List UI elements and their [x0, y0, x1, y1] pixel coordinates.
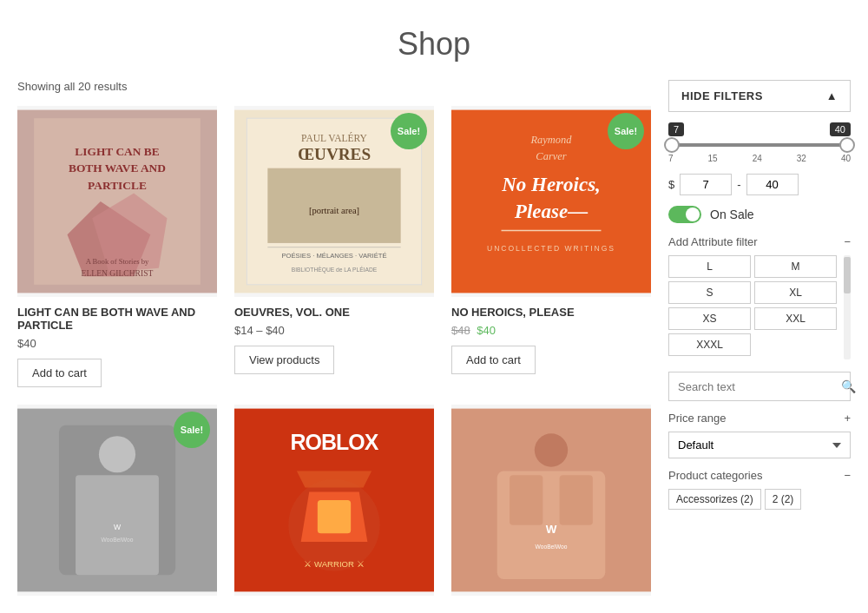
svg-point-39	[535, 433, 568, 466]
svg-text:BOTH WAVE AND: BOTH WAVE AND	[69, 161, 166, 175]
attribute-S[interactable]: S	[668, 281, 751, 304]
slider-thumb-left[interactable]	[664, 137, 680, 153]
page-title: Shop	[0, 0, 868, 80]
sale-badge-4: Sale!	[174, 412, 210, 448]
product-image-5: ROBLOX ⚔ WARRIOR ⚔	[234, 405, 434, 596]
product-image-6: W WooBelWoo	[451, 405, 651, 596]
price-range-plus-icon: +	[844, 412, 851, 425]
slider-thumb-right[interactable]	[839, 137, 855, 153]
svg-text:Carver: Carver	[536, 150, 566, 162]
slider-track	[672, 143, 847, 147]
category-tag-accessories[interactable]: Accessorizes (2)	[668, 489, 761, 510]
add-to-cart-button-1[interactable]: Add to cart	[17, 359, 102, 387]
sale-badge-2: Sale!	[391, 113, 427, 149]
svg-text:⚔ WARRIOR ⚔: ⚔ WARRIOR ⚔	[304, 559, 364, 569]
hide-filters-label: HIDE FILTERS	[681, 89, 763, 102]
svg-text:No Heroics,: No Heroics,	[501, 175, 601, 196]
price-min-input[interactable]	[680, 174, 732, 195]
product-price-3: $48 $40	[451, 324, 651, 337]
slider-labels: 7 40	[668, 122, 851, 136]
search-icon: 🔍	[841, 379, 856, 393]
results-count: Showing all 20 results	[17, 80, 651, 93]
category-tag-2[interactable]: 2 (2)	[765, 489, 802, 510]
slider-fill	[672, 143, 847, 147]
product-image-1: LIGHT CAN BE BOTH WAVE AND PARTICLE A Bo…	[17, 106, 217, 297]
attribute-scrollbar-thumb	[844, 257, 851, 293]
svg-text:ŒUVRES: ŒUVRES	[298, 145, 371, 163]
price-range-label-section: Price range +	[668, 412, 851, 425]
product-card-3: Sale! Raymond Carver No Heroics, Please—…	[451, 106, 651, 387]
page-wrapper: Shop Showing all 20 results LIGHT CAN BE…	[0, 0, 868, 613]
svg-text:WooBelWoo: WooBelWoo	[536, 544, 568, 550]
svg-rect-35	[318, 500, 351, 533]
product-card-4: Sale! W WooBelWoo	[17, 405, 217, 604]
product-card-2: Sale! PAUL VALÉRY ŒUVRES [portrait area]…	[234, 106, 434, 387]
category-tags: Accessorizes (2) 2 (2)	[668, 489, 851, 510]
product-image-2: Sale! PAUL VALÉRY ŒUVRES [portrait area]…	[234, 106, 434, 297]
svg-text:Raymond: Raymond	[530, 134, 573, 146]
svg-text:W: W	[114, 523, 122, 531]
sidebar-filters: HIDE FILTERS ▲ 7 40 7 15	[668, 80, 851, 613]
attribute-XXXL[interactable]: XXXL	[668, 333, 751, 356]
attribute-minus-icon: −	[844, 235, 851, 248]
attribute-scrollbar[interactable]	[844, 255, 851, 359]
product-title-2: OEUVRES, VOL. ONE	[234, 306, 434, 319]
currency-symbol: $	[668, 178, 674, 191]
svg-point-27	[99, 436, 135, 472]
view-products-button-2[interactable]: View products	[234, 346, 334, 374]
attribute-grid-wrapper: L M S XL XS XXL XXXL	[668, 255, 851, 359]
svg-text:WooBelWoo: WooBelWoo	[102, 537, 134, 543]
attribute-M[interactable]: M	[754, 255, 837, 278]
product-card-6: W WooBelWoo	[451, 405, 651, 604]
svg-text:A Book of Stories by: A Book of Stories by	[86, 257, 149, 266]
attribute-L[interactable]: L	[668, 255, 751, 278]
search-wrapper: 🔍	[668, 372, 851, 401]
slider-track-wrapper[interactable]	[672, 143, 847, 147]
svg-text:ROBLOX: ROBLOX	[291, 431, 379, 455]
chevron-up-icon: ▲	[826, 89, 838, 102]
svg-text:PARTICLE: PARTICLE	[88, 179, 147, 192]
on-sale-label: On Sale	[710, 208, 754, 221]
sale-price-3: $40	[477, 324, 496, 337]
svg-text:PAUL VALÉRY: PAUL VALÉRY	[301, 132, 367, 143]
svg-rect-41	[510, 475, 542, 525]
search-input[interactable]	[669, 373, 832, 400]
svg-marker-36	[297, 471, 372, 487]
price-inputs: $ -	[668, 174, 851, 195]
categories-header: Product categories −	[668, 469, 851, 482]
hide-filters-button[interactable]: HIDE FILTERS ▲	[668, 80, 851, 112]
attribute-XXL[interactable]: XXL	[754, 307, 837, 330]
svg-text:UNCOLLECTED WRITINGS: UNCOLLECTED WRITINGS	[487, 245, 615, 254]
products-area: Showing all 20 results LIGHT CAN BE BOTH…	[17, 80, 668, 613]
categories-label: Product categories	[668, 469, 762, 482]
price-max-input[interactable]	[746, 174, 799, 195]
svg-text:LIGHT CAN BE: LIGHT CAN BE	[75, 145, 159, 158]
slider-tick-labels: 7 15 24 32 40	[668, 154, 851, 163]
on-sale-toggle[interactable]	[668, 206, 701, 223]
attribute-items: L M S XL XS XXL XXXL	[668, 255, 837, 356]
svg-text:POÉSIES · MÉLANGES · VARIÉTÉ: POÉSIES · MÉLANGES · VARIÉTÉ	[281, 252, 386, 260]
sale-badge-3: Sale!	[608, 113, 644, 149]
product-image-4: Sale! W WooBelWoo	[17, 405, 217, 596]
products-grid: LIGHT CAN BE BOTH WAVE AND PARTICLE A Bo…	[17, 106, 651, 604]
product-image-3: Sale! Raymond Carver No Heroics, Please—…	[451, 106, 651, 297]
on-sale-row: On Sale	[668, 206, 851, 223]
attribute-XS[interactable]: XS	[668, 307, 751, 330]
attribute-grid: L M S XL XS XXL XXXL	[668, 255, 837, 359]
categories-minus-icon: −	[844, 469, 851, 482]
product-card-5: ROBLOX ⚔ WARRIOR ⚔	[234, 405, 434, 604]
slider-min-label: 7	[668, 122, 684, 136]
attribute-XL[interactable]: XL	[754, 281, 837, 304]
attribute-filter-section: Add Attribute filter − L M S XL XS XXL X…	[668, 235, 851, 359]
price-range-slider: 7 40 7 15 24 32 40	[668, 122, 851, 163]
search-button[interactable]: 🔍	[832, 372, 865, 400]
sort-dropdown[interactable]: Default Price: Low to High Price: High t…	[668, 432, 851, 458]
price-range-separator: -	[737, 178, 740, 191]
svg-rect-42	[560, 475, 593, 525]
svg-text:Please—: Please—	[514, 201, 588, 222]
add-to-cart-button-3[interactable]: Add to cart	[451, 346, 536, 374]
svg-text:W: W	[546, 523, 557, 536]
original-price-3: $48	[451, 324, 470, 337]
price-range-text: Price range	[668, 412, 726, 425]
svg-text:ELLEN GILCHRIST: ELLEN GILCHRIST	[82, 268, 154, 278]
